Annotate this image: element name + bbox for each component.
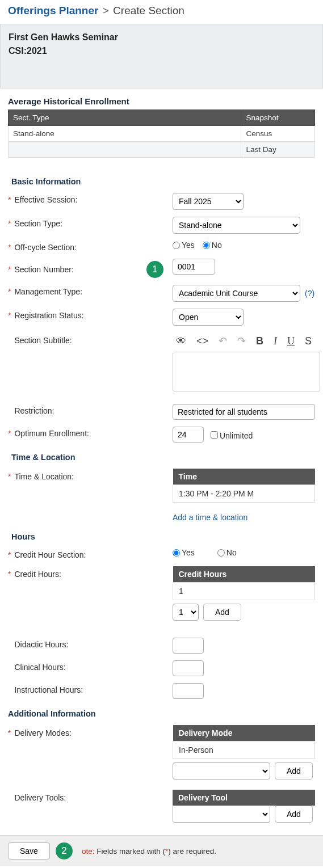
time-value: 1:30 PM - 2:20 PM M [173,485,315,503]
label-opt-enroll: Optimum Enrollment: [14,429,89,438]
label-mgmt-type: Management Type: [14,287,82,296]
redo-icon[interactable]: ↷ [237,335,246,347]
course-code: CSI:2021 [9,46,314,56]
add-credit-hours-button[interactable]: Add [203,604,241,621]
course-title: First Gen Hawks Seminar [9,32,314,43]
italic-icon[interactable]: I [274,335,277,347]
select-section-type[interactable]: Stand-alone [173,217,300,234]
breadcrumb-root[interactable]: Offerings Planner [8,5,98,16]
enrollment-table: Sect. Type Snapshot Stand-alone Census L… [8,109,315,158]
strike-icon[interactable]: S [305,335,312,347]
source-icon[interactable]: <> [196,335,208,347]
label-unlimited: Unlimited [220,431,253,440]
time-location-table: Time 1:30 PM - 2:20 PM M [173,469,315,503]
table-row: Last Day [9,142,315,158]
label-instructional: Instructional Hours: [14,685,83,694]
save-button[interactable]: Save [8,842,50,859]
label-reg-status: Registration Status: [14,311,83,320]
col-snapshot: Snapshot [241,110,315,126]
select-effective-session[interactable]: Fall 2025 [173,193,244,210]
table-row: In-Person [173,741,315,759]
label-credit-hours: Credit Hours: [14,570,61,579]
label-delivery-modes: Delivery Modes: [14,728,71,738]
rte-toolbar: 👁 <> ↶ ↷ B I U S [173,332,315,349]
label-section-type: Section Type: [14,219,62,228]
input-clinical[interactable] [173,660,204,676]
input-section-number[interactable] [173,259,215,275]
table-row: 1:30 PM - 2:20 PM M [173,485,315,503]
label-subtitle: Section Subtitle: [14,336,72,345]
footer-note: ote: Fields marked with (*) are required… [82,847,216,856]
add-delivery-tool-button[interactable]: Add [275,806,313,823]
help-mgmt-type[interactable]: (?) [305,289,314,298]
radio-label-no2: No [226,548,237,557]
label-credit-hour-section: Credit Hour Section: [14,550,86,559]
col-time: Time [173,469,315,485]
select-delivery-tool[interactable] [173,806,270,823]
col-credit-hours: Credit Hours [173,566,315,583]
enrollment-heading: Average Historical Enrollment [8,96,315,106]
label-time-location: Time & Location: [14,472,74,481]
bold-icon[interactable]: B [256,335,263,347]
col-sect-type: Sect. Type [9,110,241,126]
credit-hours-table: Credit Hours 1 [173,566,315,600]
marker-1: 1 [146,261,163,278]
radio-offcycle-yes[interactable] [173,242,180,249]
radio-offcycle-no[interactable] [203,242,210,249]
radio-chs-no[interactable] [217,549,225,557]
label-delivery-tools: Delivery Tools: [14,793,66,802]
marker-2: 2 [56,842,73,859]
input-didactic[interactable] [173,638,204,654]
undo-icon[interactable]: ↶ [219,335,227,347]
add-time-location-link[interactable]: Add a time & location [173,513,248,522]
label-effective-session: Effective Session: [14,195,77,204]
course-header: First Gen Hawks Seminar CSI:2021 [0,24,323,89]
radio-label-yes: Yes [182,241,195,250]
time-loc-heading: Time & Location [11,453,315,462]
preview-icon[interactable]: 👁 [176,335,186,347]
breadcrumb: Offerings Planner > Create Section [0,0,323,24]
delivery-mode-table: Delivery Mode In-Person [173,725,315,759]
select-credit-hours[interactable]: 1 [173,604,199,621]
radio-chs-yes[interactable] [173,549,180,557]
additional-heading: Additional Information [8,709,315,718]
select-mgmt-type[interactable]: Academic Unit Course [173,285,300,302]
radio-label-no: No [212,241,222,250]
col-delivery-mode: Delivery Mode [173,725,315,741]
rte-editor[interactable] [173,352,320,391]
table-row: 1 [173,583,315,600]
add-delivery-mode-button[interactable]: Add [275,762,313,779]
radio-label-yes2: Yes [182,548,195,557]
input-instructional[interactable] [173,683,204,699]
label-off-cycle: Off-cycle Section: [14,243,76,252]
hours-heading: Hours [11,532,315,541]
basic-info-heading: Basic Information [11,177,315,186]
col-delivery-tool: Delivery Tool [173,790,315,806]
footer-bar: Save 2 ote: Fields marked with (*) are r… [0,835,323,866]
checkbox-unlimited[interactable] [211,431,218,439]
select-delivery-mode[interactable] [173,762,270,779]
breadcrumb-separator: > [103,5,109,16]
required-mark: * [8,195,11,204]
delivery-tool-table: Delivery Tool [173,790,315,806]
label-didactic: Didactic Hours: [14,640,68,649]
table-row: Stand-alone Census [9,126,315,142]
input-restriction[interactable] [173,404,315,420]
label-clinical: Clinical Hours: [14,663,65,672]
label-section-number: Section Number: [14,265,73,274]
underline-icon[interactable]: U [287,335,295,347]
breadcrumb-current: Create Section [113,5,184,16]
select-reg-status[interactable]: Open [173,309,244,326]
label-restriction: Restriction: [14,406,54,415]
input-opt-enroll[interactable] [173,427,204,443]
